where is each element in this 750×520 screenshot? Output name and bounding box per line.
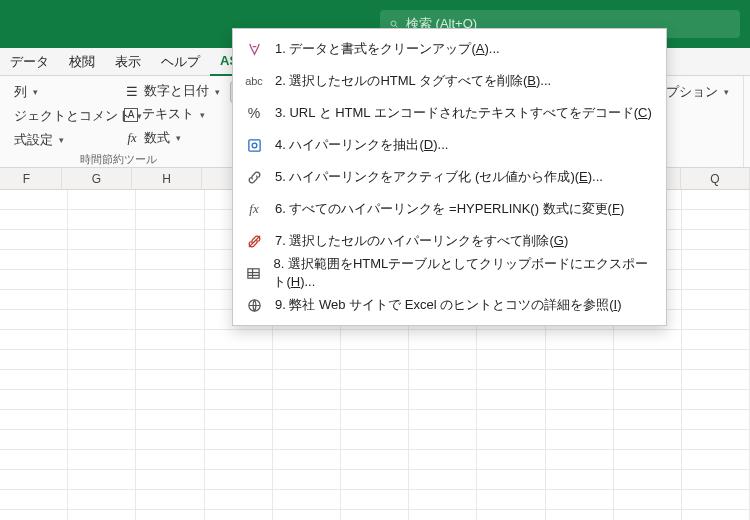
cell[interactable] bbox=[68, 450, 136, 469]
cell[interactable] bbox=[0, 250, 68, 269]
cell[interactable] bbox=[136, 230, 204, 249]
tab-data[interactable]: データ bbox=[0, 48, 59, 76]
cell[interactable] bbox=[682, 470, 750, 489]
cell[interactable] bbox=[273, 470, 341, 489]
cell[interactable] bbox=[205, 350, 273, 369]
cell[interactable] bbox=[136, 370, 204, 389]
cell[interactable] bbox=[409, 510, 477, 520]
column-header-H[interactable]: H bbox=[132, 168, 202, 189]
cell[interactable] bbox=[682, 310, 750, 329]
cell[interactable] bbox=[68, 210, 136, 229]
cell[interactable] bbox=[0, 410, 68, 429]
cell[interactable] bbox=[0, 450, 68, 469]
cell[interactable] bbox=[682, 410, 750, 429]
cell[interactable] bbox=[205, 490, 273, 509]
cell[interactable] bbox=[341, 490, 409, 509]
tab-view[interactable]: 表示 bbox=[105, 48, 151, 76]
cell[interactable] bbox=[136, 310, 204, 329]
cell[interactable] bbox=[0, 490, 68, 509]
cell[interactable] bbox=[136, 290, 204, 309]
cell[interactable] bbox=[409, 450, 477, 469]
cell[interactable] bbox=[409, 350, 477, 369]
cell[interactable] bbox=[614, 470, 682, 489]
cell[interactable] bbox=[68, 510, 136, 520]
cell[interactable] bbox=[682, 490, 750, 509]
cell[interactable] bbox=[68, 290, 136, 309]
web-menu-item-8[interactable]: 8. 選択範囲をHTMLテーブルとしてクリップボードにエクスポート(H)... bbox=[233, 257, 666, 289]
cell[interactable] bbox=[341, 330, 409, 349]
cell[interactable] bbox=[409, 470, 477, 489]
cell[interactable] bbox=[409, 390, 477, 409]
cell[interactable] bbox=[409, 490, 477, 509]
columns-button[interactable]: 列▾ bbox=[8, 82, 44, 103]
cell[interactable] bbox=[0, 270, 68, 289]
cell[interactable] bbox=[68, 390, 136, 409]
cell[interactable] bbox=[614, 450, 682, 469]
column-header-G[interactable]: G bbox=[62, 168, 132, 189]
cell[interactable] bbox=[68, 230, 136, 249]
cell[interactable] bbox=[546, 370, 614, 389]
cell[interactable] bbox=[136, 470, 204, 489]
cell[interactable] bbox=[273, 330, 341, 349]
cell[interactable] bbox=[682, 450, 750, 469]
cell[interactable] bbox=[614, 390, 682, 409]
web-menu-item-2[interactable]: abc2. 選択したセルのHTML タグすべてを削除(B)... bbox=[233, 65, 666, 97]
cell[interactable] bbox=[477, 350, 545, 369]
cell[interactable] bbox=[682, 230, 750, 249]
cell[interactable] bbox=[0, 390, 68, 409]
web-menu-item-5[interactable]: 5. ハイパーリンクをアクティブ化 (セル値から作成)(E)... bbox=[233, 161, 666, 193]
cell[interactable] bbox=[273, 370, 341, 389]
cell[interactable] bbox=[0, 470, 68, 489]
cell[interactable] bbox=[614, 410, 682, 429]
cell[interactable] bbox=[273, 510, 341, 520]
cell[interactable] bbox=[136, 350, 204, 369]
cell[interactable] bbox=[682, 270, 750, 289]
cell[interactable] bbox=[477, 390, 545, 409]
cell[interactable] bbox=[273, 430, 341, 449]
cell[interactable] bbox=[0, 370, 68, 389]
cell[interactable] bbox=[205, 450, 273, 469]
cell[interactable] bbox=[409, 430, 477, 449]
cell[interactable] bbox=[0, 430, 68, 449]
cell[interactable] bbox=[614, 370, 682, 389]
cell[interactable] bbox=[68, 190, 136, 209]
cell[interactable] bbox=[341, 430, 409, 449]
cell[interactable] bbox=[0, 330, 68, 349]
cell[interactable] bbox=[682, 350, 750, 369]
cell[interactable] bbox=[136, 490, 204, 509]
cell[interactable] bbox=[682, 190, 750, 209]
cell[interactable] bbox=[136, 390, 204, 409]
cell[interactable] bbox=[68, 350, 136, 369]
cell[interactable] bbox=[546, 430, 614, 449]
cell[interactable] bbox=[273, 390, 341, 409]
cell[interactable] bbox=[205, 510, 273, 520]
web-menu-item-6[interactable]: fx6. すべてのハイパーリンクを =HYPERLINK() 数式に変更(F) bbox=[233, 193, 666, 225]
cell[interactable] bbox=[682, 510, 750, 520]
cell[interactable] bbox=[477, 470, 545, 489]
cell[interactable] bbox=[546, 450, 614, 469]
format-set-button[interactable]: 式設定▾ bbox=[8, 130, 70, 151]
tab-help[interactable]: ヘルプ bbox=[151, 48, 210, 76]
cell[interactable] bbox=[205, 370, 273, 389]
formula-button[interactable]: fx数式▾ bbox=[118, 128, 187, 149]
cell[interactable] bbox=[0, 350, 68, 369]
text-button[interactable]: Aテキスト▾ bbox=[118, 104, 211, 125]
cell[interactable] bbox=[68, 270, 136, 289]
cell[interactable] bbox=[477, 430, 545, 449]
cell[interactable] bbox=[341, 370, 409, 389]
web-menu-item-1[interactable]: 1. データと書式をクリーンアップ(A)... bbox=[233, 33, 666, 65]
cell[interactable] bbox=[341, 350, 409, 369]
cell[interactable] bbox=[136, 210, 204, 229]
cell[interactable] bbox=[205, 430, 273, 449]
cell[interactable] bbox=[682, 390, 750, 409]
tab-review[interactable]: 校閲 bbox=[59, 48, 105, 76]
cell[interactable] bbox=[546, 410, 614, 429]
cell[interactable] bbox=[546, 470, 614, 489]
cell[interactable] bbox=[341, 450, 409, 469]
column-header-F[interactable]: F bbox=[0, 168, 62, 189]
cell[interactable] bbox=[205, 470, 273, 489]
cell[interactable] bbox=[68, 370, 136, 389]
cell[interactable] bbox=[136, 270, 204, 289]
cell[interactable] bbox=[409, 370, 477, 389]
cell[interactable] bbox=[477, 410, 545, 429]
